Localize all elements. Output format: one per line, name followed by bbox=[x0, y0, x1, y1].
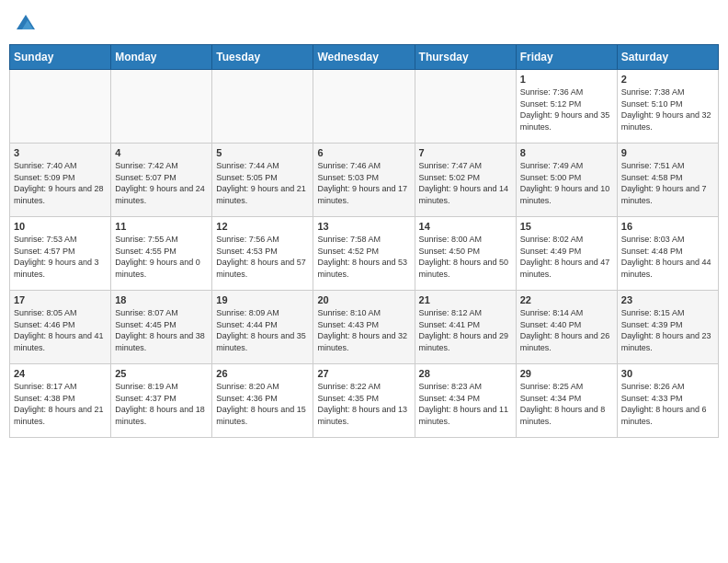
calendar-cell: 18Sunrise: 8:07 AM Sunset: 4:45 PM Dayli… bbox=[111, 291, 212, 364]
calendar-cell: 24Sunrise: 8:17 AM Sunset: 4:38 PM Dayli… bbox=[10, 364, 111, 438]
day-number: 6 bbox=[317, 147, 410, 158]
calendar-cell: 17Sunrise: 8:05 AM Sunset: 4:46 PM Dayli… bbox=[10, 291, 111, 364]
day-number: 29 bbox=[520, 368, 613, 379]
day-info: Sunrise: 7:56 AM Sunset: 4:53 PM Dayligh… bbox=[216, 234, 309, 280]
day-number: 9 bbox=[621, 147, 714, 158]
header bbox=[9, 9, 719, 39]
calendar-cell: 30Sunrise: 8:26 AM Sunset: 4:33 PM Dayli… bbox=[617, 364, 718, 438]
week-row: 17Sunrise: 8:05 AM Sunset: 4:46 PM Dayli… bbox=[10, 291, 719, 364]
day-info: Sunrise: 8:00 AM Sunset: 4:50 PM Dayligh… bbox=[419, 234, 512, 280]
day-info: Sunrise: 8:02 AM Sunset: 4:49 PM Dayligh… bbox=[520, 234, 613, 280]
day-number: 14 bbox=[419, 221, 512, 232]
day-info: Sunrise: 7:42 AM Sunset: 5:07 PM Dayligh… bbox=[115, 160, 208, 206]
calendar-cell: 13Sunrise: 7:58 AM Sunset: 4:52 PM Dayli… bbox=[313, 217, 415, 291]
calendar-cell: 20Sunrise: 8:10 AM Sunset: 4:43 PM Dayli… bbox=[313, 291, 415, 364]
calendar-cell: 9Sunrise: 7:51 AM Sunset: 4:58 PM Daylig… bbox=[617, 144, 718, 217]
day-number: 16 bbox=[621, 221, 714, 232]
calendar-cell: 5Sunrise: 7:44 AM Sunset: 5:05 PM Daylig… bbox=[212, 144, 313, 217]
week-row: 24Sunrise: 8:17 AM Sunset: 4:38 PM Dayli… bbox=[10, 364, 719, 438]
week-row: 1Sunrise: 7:36 AM Sunset: 5:12 PM Daylig… bbox=[10, 70, 719, 144]
day-number: 7 bbox=[419, 147, 512, 158]
day-number: 25 bbox=[115, 368, 208, 379]
day-info: Sunrise: 8:14 AM Sunset: 4:40 PM Dayligh… bbox=[520, 307, 613, 353]
day-info: Sunrise: 7:58 AM Sunset: 4:52 PM Dayligh… bbox=[317, 234, 410, 280]
calendar-cell: 6Sunrise: 7:46 AM Sunset: 5:03 PM Daylig… bbox=[313, 144, 415, 217]
header-day-wednesday: Wednesday bbox=[313, 45, 415, 70]
calendar-cell: 22Sunrise: 8:14 AM Sunset: 4:40 PM Dayli… bbox=[516, 291, 617, 364]
calendar-cell: 14Sunrise: 8:00 AM Sunset: 4:50 PM Dayli… bbox=[415, 217, 516, 291]
day-number: 15 bbox=[520, 221, 613, 232]
header-day-monday: Monday bbox=[111, 45, 212, 70]
day-number: 21 bbox=[419, 294, 512, 305]
calendar-cell: 19Sunrise: 8:09 AM Sunset: 4:44 PM Dayli… bbox=[212, 291, 313, 364]
calendar-cell: 2Sunrise: 7:38 AM Sunset: 5:10 PM Daylig… bbox=[617, 70, 718, 144]
day-number: 24 bbox=[14, 368, 107, 379]
calendar-cell bbox=[313, 70, 415, 144]
calendar-cell bbox=[212, 70, 313, 144]
calendar-cell: 26Sunrise: 8:20 AM Sunset: 4:36 PM Dayli… bbox=[212, 364, 313, 438]
day-info: Sunrise: 7:47 AM Sunset: 5:02 PM Dayligh… bbox=[419, 160, 512, 206]
day-number: 28 bbox=[419, 368, 512, 379]
day-number: 3 bbox=[14, 147, 107, 158]
calendar-cell: 28Sunrise: 8:23 AM Sunset: 4:34 PM Dayli… bbox=[415, 364, 516, 438]
day-info: Sunrise: 8:09 AM Sunset: 4:44 PM Dayligh… bbox=[216, 307, 309, 353]
logo bbox=[15, 13, 40, 35]
day-number: 4 bbox=[115, 147, 208, 158]
day-info: Sunrise: 8:26 AM Sunset: 4:33 PM Dayligh… bbox=[621, 381, 714, 427]
calendar-cell bbox=[111, 70, 212, 144]
day-info: Sunrise: 8:17 AM Sunset: 4:38 PM Dayligh… bbox=[14, 381, 107, 427]
day-number: 5 bbox=[216, 147, 309, 158]
calendar-table: SundayMondayTuesdayWednesdayThursdayFrid… bbox=[9, 44, 719, 438]
day-info: Sunrise: 8:15 AM Sunset: 4:39 PM Dayligh… bbox=[621, 307, 714, 353]
day-number: 26 bbox=[216, 368, 309, 379]
calendar-cell: 3Sunrise: 7:40 AM Sunset: 5:09 PM Daylig… bbox=[10, 144, 111, 217]
day-info: Sunrise: 8:03 AM Sunset: 4:48 PM Dayligh… bbox=[621, 234, 714, 280]
calendar-cell: 4Sunrise: 7:42 AM Sunset: 5:07 PM Daylig… bbox=[111, 144, 212, 217]
day-info: Sunrise: 7:53 AM Sunset: 4:57 PM Dayligh… bbox=[14, 234, 107, 280]
calendar-cell: 23Sunrise: 8:15 AM Sunset: 4:39 PM Dayli… bbox=[617, 291, 718, 364]
calendar-cell: 16Sunrise: 8:03 AM Sunset: 4:48 PM Dayli… bbox=[617, 217, 718, 291]
week-row: 10Sunrise: 7:53 AM Sunset: 4:57 PM Dayli… bbox=[10, 217, 719, 291]
day-info: Sunrise: 7:51 AM Sunset: 4:58 PM Dayligh… bbox=[621, 160, 714, 206]
day-number: 12 bbox=[216, 221, 309, 232]
day-number: 13 bbox=[317, 221, 410, 232]
day-number: 18 bbox=[115, 294, 208, 305]
day-info: Sunrise: 7:38 AM Sunset: 5:10 PM Dayligh… bbox=[621, 86, 714, 132]
calendar-header: SundayMondayTuesdayWednesdayThursdayFrid… bbox=[10, 45, 719, 70]
header-day-tuesday: Tuesday bbox=[212, 45, 313, 70]
logo-icon bbox=[15, 13, 37, 35]
day-number: 27 bbox=[317, 368, 410, 379]
day-number: 23 bbox=[621, 294, 714, 305]
calendar-cell bbox=[415, 70, 516, 144]
calendar-cell: 25Sunrise: 8:19 AM Sunset: 4:37 PM Dayli… bbox=[111, 364, 212, 438]
calendar-cell: 15Sunrise: 8:02 AM Sunset: 4:49 PM Dayli… bbox=[516, 217, 617, 291]
day-info: Sunrise: 8:19 AM Sunset: 4:37 PM Dayligh… bbox=[115, 381, 208, 427]
calendar-cell: 12Sunrise: 7:56 AM Sunset: 4:53 PM Dayli… bbox=[212, 217, 313, 291]
week-row: 3Sunrise: 7:40 AM Sunset: 5:09 PM Daylig… bbox=[10, 144, 719, 217]
header-day-friday: Friday bbox=[516, 45, 617, 70]
header-day-saturday: Saturday bbox=[617, 45, 718, 70]
header-day-thursday: Thursday bbox=[415, 45, 516, 70]
day-number: 1 bbox=[520, 74, 613, 85]
day-info: Sunrise: 8:05 AM Sunset: 4:46 PM Dayligh… bbox=[14, 307, 107, 353]
calendar-cell: 1Sunrise: 7:36 AM Sunset: 5:12 PM Daylig… bbox=[516, 70, 617, 144]
header-row: SundayMondayTuesdayWednesdayThursdayFrid… bbox=[10, 45, 719, 70]
day-number: 2 bbox=[621, 74, 714, 85]
day-info: Sunrise: 8:07 AM Sunset: 4:45 PM Dayligh… bbox=[115, 307, 208, 353]
day-number: 22 bbox=[520, 294, 613, 305]
day-number: 30 bbox=[621, 368, 714, 379]
calendar-body: 1Sunrise: 7:36 AM Sunset: 5:12 PM Daylig… bbox=[10, 70, 719, 438]
calendar-cell: 27Sunrise: 8:22 AM Sunset: 4:35 PM Dayli… bbox=[313, 364, 415, 438]
calendar-cell: 29Sunrise: 8:25 AM Sunset: 4:34 PM Dayli… bbox=[516, 364, 617, 438]
day-number: 17 bbox=[14, 294, 107, 305]
day-number: 19 bbox=[216, 294, 309, 305]
calendar-cell bbox=[10, 70, 111, 144]
day-number: 10 bbox=[14, 221, 107, 232]
day-number: 20 bbox=[317, 294, 410, 305]
day-info: Sunrise: 8:12 AM Sunset: 4:41 PM Dayligh… bbox=[419, 307, 512, 353]
calendar-cell: 10Sunrise: 7:53 AM Sunset: 4:57 PM Dayli… bbox=[10, 217, 111, 291]
calendar-cell: 8Sunrise: 7:49 AM Sunset: 5:00 PM Daylig… bbox=[516, 144, 617, 217]
day-info: Sunrise: 8:10 AM Sunset: 4:43 PM Dayligh… bbox=[317, 307, 410, 353]
calendar-cell: 11Sunrise: 7:55 AM Sunset: 4:55 PM Dayli… bbox=[111, 217, 212, 291]
day-info: Sunrise: 8:20 AM Sunset: 4:36 PM Dayligh… bbox=[216, 381, 309, 427]
